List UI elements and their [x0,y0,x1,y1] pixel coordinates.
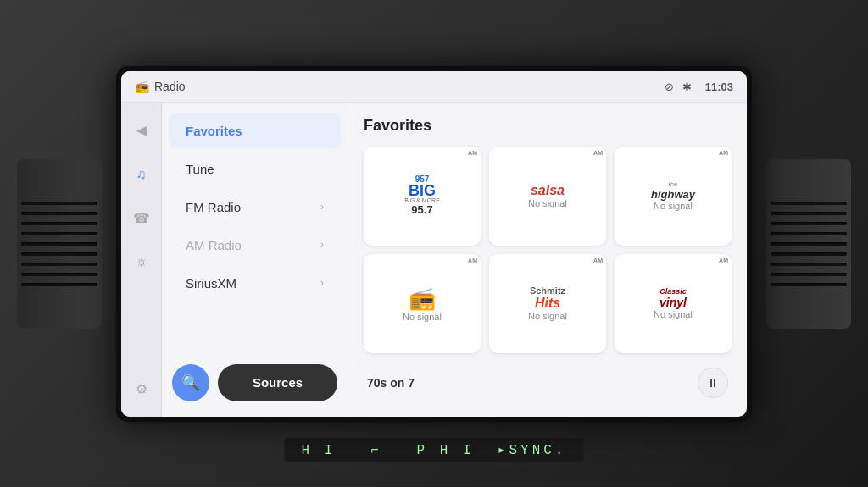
car-surround: 📻 Radio ⊘ ✱ 11:03 ◀ ♫ ☎ ⛭ ⚙ [0,0,868,487]
fav-card-hits[interactable]: AM Schmitz Hits No signal [489,254,606,353]
no-signal-2: No signal [528,198,567,208]
clock: 11:03 [705,80,733,93]
menu-item-siriusxm[interactable]: SiriusXM › [169,266,341,301]
menu-item-am-radio[interactable]: AM Radio › [169,228,341,263]
top-bar: 📻 Radio ⊘ ✱ 11:03 [121,71,747,103]
bottom-display: H I ⌐ P H I ▸SYNC. [285,438,584,462]
status-icons: ⊘ ✱ 11:03 [665,80,733,93]
pause-button[interactable]: ⏸ [698,368,728,398]
logo-vinyl: Classic vinyl [659,287,687,309]
badge-3: AM [719,150,728,156]
fav-card-highway[interactable]: AM the highway No signal [615,147,732,246]
top-bar-title: Radio [154,80,665,93]
siriusxm-chevron: › [320,277,324,289]
logo-957: 957 BIG BIG & MORE [404,175,440,203]
logo-radio: 📻 [409,285,436,312]
favorites-title: Favorites [364,117,732,135]
left-vent [17,159,102,329]
bottom-display-text: H I ⌐ P H I ▸SYNC. [302,443,567,458]
right-content: Favorites AM 957 BIG BIG & MORE 95.7 [348,103,747,417]
no-signal-5: No signal [528,311,567,321]
logo-hits: Schmitz Hits [530,285,565,311]
sources-button[interactable]: Sources [218,364,337,401]
am-chevron: › [320,239,324,251]
sidebar-nav: ◀ ♫ ☎ ⛭ ⚙ [121,103,162,417]
badge-5: AM [593,257,603,263]
radio-icon: 📻 [135,80,149,93]
search-button[interactable]: 🔍 [172,364,209,401]
badge-6: AM [719,257,728,263]
nav-icon-music[interactable]: ♫ [128,161,155,188]
badge-1: AM [468,150,477,156]
nav-icon-settings[interactable]: ⚙ [128,376,155,403]
right-vent [766,159,851,329]
logo-salsa: salsa [531,183,565,198]
now-playing-bar: 70s on 7 ⏸ [364,362,732,403]
mute-icon: ⊘ [665,80,674,93]
main-content: ◀ ♫ ☎ ⛭ ⚙ Favorites Tune FM Radio [121,103,747,417]
favorites-grid: AM 957 BIG BIG & MORE 95.7 AM salsa [364,147,732,353]
no-signal-3: No signal [654,201,693,211]
pause-icon: ⏸ [707,376,719,390]
nav-icon-navigation[interactable]: ◀ [128,117,155,144]
nav-icon-phone[interactable]: ☎ [128,205,155,232]
now-playing-text: 70s on 7 [367,376,415,390]
bluetooth-icon: ✱ [682,80,692,93]
fav-card-radio[interactable]: AM 📻 No signal [364,254,481,353]
fav-card-salsa[interactable]: AM salsa No signal [489,147,606,246]
no-signal-4: No signal [403,312,442,322]
nav-icon-car[interactable]: ⛭ [128,249,155,276]
freq-957: 95.7 [411,203,432,216]
fav-card-957[interactable]: AM 957 BIG BIG & MORE 95.7 [364,147,481,246]
screen-bezel: 📻 Radio ⊘ ✱ 11:03 ◀ ♫ ☎ ⛭ ⚙ [116,66,752,422]
bottom-buttons: 🔍 Sources [162,357,348,408]
badge-2: AM [593,150,603,156]
screen: 📻 Radio ⊘ ✱ 11:03 ◀ ♫ ☎ ⛭ ⚙ [121,71,747,417]
no-signal-6: No signal [654,309,693,319]
fav-card-vinyl[interactable]: AM Classic vinyl No signal [615,254,732,353]
menu-item-favorites[interactable]: Favorites [169,113,341,148]
menu-item-fm-radio[interactable]: FM Radio › [169,190,341,224]
fm-chevron: › [320,201,324,213]
left-menu: Favorites Tune FM Radio › AM Radio › Sir [162,103,348,417]
logo-highway: the highway [651,180,695,201]
badge-4: AM [468,257,477,263]
menu-item-tune[interactable]: Tune [169,152,341,186]
